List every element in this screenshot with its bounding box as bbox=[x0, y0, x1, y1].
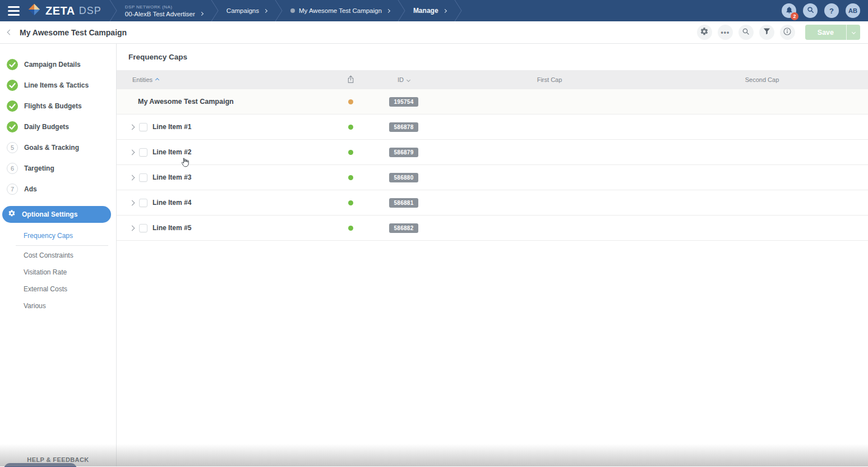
sidebar-subitem-label: Visitation Rate bbox=[24, 268, 67, 276]
step-list: Campaign Details Line Items & Tactics Fl… bbox=[0, 54, 116, 199]
sidebar-step[interactable]: Line Items & Tactics bbox=[0, 75, 116, 95]
sidebar-step-label: Line Items & Tactics bbox=[24, 81, 89, 89]
breadcrumb-divider-icon bbox=[398, 0, 405, 21]
status-dot-icon bbox=[290, 8, 295, 13]
entity-name: My Awesome Test Campaign bbox=[138, 98, 234, 106]
question-mark-icon: ? bbox=[829, 7, 834, 15]
sidebar-step-label: Ads bbox=[24, 185, 37, 193]
column-header-entities[interactable]: Entities bbox=[117, 76, 336, 83]
sidebar-step[interactable]: Campaign Details bbox=[0, 54, 116, 75]
export-share-icon bbox=[346, 75, 355, 85]
ellipsis-icon: ••• bbox=[721, 29, 730, 36]
row-checkbox[interactable] bbox=[139, 224, 147, 232]
row-checkbox[interactable] bbox=[139, 173, 147, 182]
column-header-first-cap[interactable]: First Cap bbox=[443, 76, 656, 83]
sidebar-step[interactable]: 7 Ads bbox=[0, 178, 116, 199]
sidebar-subitem[interactable]: Various bbox=[0, 297, 116, 314]
search-button[interactable] bbox=[803, 3, 818, 18]
sidebar-step-label: Targeting bbox=[24, 164, 54, 172]
sidebar-subitem-label: Cost Constraints bbox=[24, 251, 73, 259]
sidebar-subitem[interactable]: Cost Constraints bbox=[0, 247, 116, 264]
table-row[interactable]: Line Item #3 586880 bbox=[117, 165, 868, 190]
id-badge: 195754 bbox=[389, 97, 418, 107]
sidebar-subitem[interactable]: Frequency Caps bbox=[0, 227, 116, 244]
help-button[interactable]: ? bbox=[824, 3, 839, 18]
help-feedback-link[interactable]: HELP & FEEDBACK bbox=[0, 456, 116, 463]
sidebar-step[interactable]: Flights & Budgets bbox=[0, 95, 116, 116]
breadcrumb-label: Manage bbox=[413, 7, 438, 15]
status-dot-icon bbox=[348, 175, 353, 180]
expand-chevron-icon[interactable] bbox=[130, 175, 135, 180]
breadcrumb-eyebrow: DSP NETWORK (NA) bbox=[125, 4, 203, 10]
entity-name: Line Item #3 bbox=[153, 173, 191, 181]
brand-name: ZETA bbox=[45, 4, 75, 17]
brand-logo[interactable]: ZETA DSP bbox=[25, 0, 109, 21]
breadcrumb-divider-icon bbox=[211, 0, 219, 21]
main-content: Frequency Caps Entities ID First Cap Sec… bbox=[117, 44, 868, 466]
settings-button[interactable] bbox=[697, 25, 712, 40]
notifications-button[interactable]: 2 bbox=[782, 3, 796, 18]
sidebar-subitem[interactable]: Visitation Rate bbox=[0, 264, 116, 281]
entity-name: Line Item #1 bbox=[153, 123, 191, 131]
breadcrumb-label: My Awesome Test Campaign bbox=[299, 7, 382, 14]
save-dropdown-button[interactable] bbox=[847, 25, 860, 40]
filter-button[interactable] bbox=[759, 25, 774, 40]
expand-chevron-icon[interactable] bbox=[130, 225, 135, 231]
check-circle-icon bbox=[7, 59, 18, 70]
search-icon bbox=[741, 27, 750, 38]
breadcrumb-item[interactable]: Campaigns bbox=[219, 0, 275, 21]
step-number-badge: 5 bbox=[7, 142, 18, 153]
sidebar-step[interactable]: 5 Goals & Tracking bbox=[0, 137, 116, 158]
column-header-share[interactable] bbox=[336, 75, 364, 85]
page-header: My Awesome Test Campaign ••• Save bbox=[0, 21, 868, 44]
breadcrumb-label: 00-AlexB Test Advertiser bbox=[125, 11, 195, 17]
entity-name: Line Item #5 bbox=[153, 224, 191, 232]
expand-chevron-icon[interactable] bbox=[130, 149, 135, 155]
sidebar-step-label: Campaign Details bbox=[24, 61, 81, 68]
breadcrumb-divider-icon bbox=[454, 0, 462, 21]
breadcrumb-item[interactable]: Manage bbox=[405, 0, 454, 21]
status-dot-icon bbox=[348, 99, 353, 104]
hamburger-menu-icon[interactable] bbox=[0, 0, 25, 21]
sidebar-subitem-label: Frequency Caps bbox=[24, 232, 73, 240]
column-header-second-cap[interactable]: Second Cap bbox=[656, 76, 868, 83]
chevron-right-icon bbox=[386, 8, 390, 12]
info-button[interactable] bbox=[780, 25, 795, 40]
sidebar-item-optional-settings[interactable]: Optional Settings bbox=[2, 206, 111, 223]
save-split-button: Save bbox=[805, 25, 860, 40]
back-button[interactable] bbox=[8, 30, 12, 34]
optional-settings-submenu: Frequency Caps Cost Constraints Visitati… bbox=[0, 227, 116, 314]
check-circle-icon bbox=[7, 121, 18, 132]
row-checkbox[interactable] bbox=[139, 148, 147, 157]
search-table-button[interactable] bbox=[738, 25, 754, 40]
filter-funnel-icon bbox=[763, 27, 771, 38]
expand-chevron-icon[interactable] bbox=[130, 200, 135, 205]
table-row[interactable]: Line Item #5 586882 bbox=[117, 216, 868, 241]
row-checkbox[interactable] bbox=[139, 199, 147, 207]
brand-suffix: DSP bbox=[79, 5, 101, 17]
entity-name: Line Item #2 bbox=[153, 148, 191, 156]
more-options-button[interactable]: ••• bbox=[718, 25, 733, 40]
bottom-pill-button[interactable] bbox=[4, 463, 77, 467]
id-badge: 586880 bbox=[389, 173, 418, 182]
row-checkbox[interactable] bbox=[139, 123, 147, 131]
sidebar-subitem[interactable]: External Costs bbox=[0, 281, 116, 297]
table-row[interactable]: My Awesome Test Campaign 195754 bbox=[117, 89, 868, 115]
chevron-down-icon bbox=[851, 30, 855, 34]
status-dot-icon bbox=[348, 200, 353, 205]
id-badge: 586878 bbox=[389, 122, 418, 132]
breadcrumb-item[interactable]: My Awesome Test Campaign bbox=[283, 0, 398, 21]
table-row[interactable]: Line Item #4 586881 bbox=[117, 190, 868, 216]
section-title: Frequency Caps bbox=[128, 53, 187, 61]
sidebar-step[interactable]: Daily Budgets bbox=[0, 116, 116, 137]
column-header-id[interactable]: ID bbox=[364, 76, 443, 83]
breadcrumb-item[interactable]: DSP NETWORK (NA) 00-AlexB Test Advertise… bbox=[117, 0, 211, 21]
check-circle-icon bbox=[7, 100, 18, 112]
sidebar: Campaign Details Line Items & Tactics Fl… bbox=[0, 44, 117, 466]
sidebar-step[interactable]: 6 Targeting bbox=[0, 158, 116, 178]
avatar[interactable]: AB bbox=[846, 3, 860, 18]
save-button[interactable]: Save bbox=[805, 25, 846, 40]
expand-chevron-icon[interactable] bbox=[130, 124, 135, 130]
table-row[interactable]: Line Item #1 586878 bbox=[117, 115, 868, 140]
table-row[interactable]: Line Item #2 586879 bbox=[117, 140, 868, 165]
